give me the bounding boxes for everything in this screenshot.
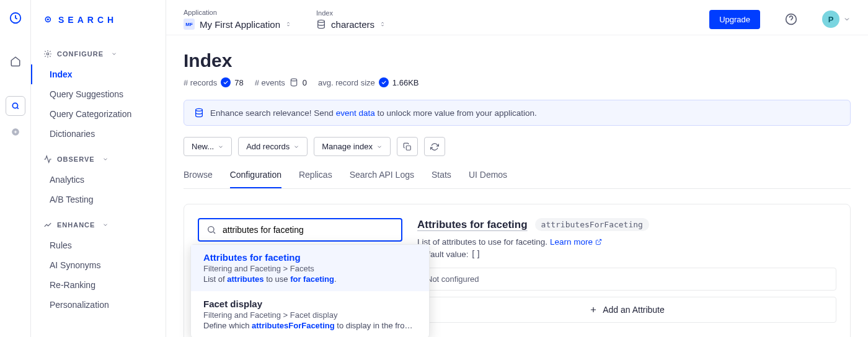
setting-code: attributesForFaceting: [535, 218, 649, 231]
add-attribute-button[interactable]: Add an Attribute: [417, 297, 836, 323]
chevron-down-icon: [111, 51, 117, 57]
tab-search-api-logs[interactable]: Search API Logs: [350, 170, 414, 188]
database-icon: [289, 77, 299, 87]
add-tool-icon[interactable]: [6, 122, 25, 142]
database-icon: [194, 108, 204, 118]
dropdown-item-facet-display[interactable]: Facet display Filtering and Faceting > F…: [191, 291, 429, 337]
external-link-icon: [595, 239, 602, 245]
chevron-down-icon: [843, 15, 851, 23]
search-icon: [206, 225, 216, 235]
tab-browse[interactable]: Browse: [184, 170, 213, 188]
chevron-down-icon: [102, 156, 108, 162]
chevron-down-icon: [376, 144, 383, 150]
nav-re-ranking[interactable]: Re-Ranking: [31, 275, 166, 295]
config-panel: Attributes for faceting Filtering and Fa…: [184, 204, 851, 337]
tab-replicas[interactable]: Replicas: [299, 170, 332, 188]
config-search[interactable]: [198, 218, 402, 242]
section-observe[interactable]: OBSERVE: [31, 144, 166, 170]
dropdown-item-attributes-for-faceting[interactable]: Attributes for faceting Filtering and Fa…: [191, 245, 429, 291]
toolbar: New... Add records Manage index: [184, 137, 851, 156]
tab-configuration[interactable]: Configuration: [230, 170, 281, 188]
avatar: P: [822, 11, 839, 28]
database-icon: [316, 19, 326, 29]
new-button[interactable]: New...: [184, 137, 232, 156]
gear-icon: [43, 50, 52, 58]
svg-rect-10: [406, 146, 410, 150]
nav-index[interactable]: Index: [31, 64, 166, 84]
section-enhance[interactable]: ENHANCE: [31, 209, 166, 235]
nav-dictionaries[interactable]: Dictionaries: [31, 124, 166, 144]
svg-point-5: [46, 53, 49, 55]
user-menu[interactable]: P: [822, 11, 851, 28]
copy-button[interactable]: [397, 137, 418, 156]
chevron-down-icon: [293, 144, 299, 150]
index-label: Index: [316, 9, 386, 17]
refresh-icon: [430, 142, 439, 151]
not-configured: Not configured: [417, 268, 836, 291]
chevron-down-icon: [102, 222, 108, 228]
icon-rail: [0, 0, 31, 337]
copy-icon: [403, 142, 412, 151]
page-title: Index: [184, 50, 851, 71]
app-badge: MF: [184, 19, 195, 30]
help-icon[interactable]: [785, 13, 797, 25]
refresh-button[interactable]: [424, 137, 445, 156]
manage-index-button[interactable]: Manage index: [314, 137, 391, 156]
setting-desc: List of attributes to use for faceting. …: [417, 237, 836, 247]
upgrade-button[interactable]: Upgrade: [709, 10, 760, 29]
event-data-link[interactable]: event data: [336, 108, 375, 118]
home-icon[interactable]: [6, 51, 25, 71]
default-value: Default value: []: [417, 249, 836, 259]
tab-stats[interactable]: Stats: [432, 170, 451, 188]
setting-title: Attributes for faceting: [417, 219, 528, 231]
search-tool-icon[interactable]: [6, 96, 25, 116]
app-selector[interactable]: MF My First Application: [184, 19, 291, 30]
nav-personalization[interactable]: Personalization: [31, 295, 166, 315]
add-records-button[interactable]: Add records: [238, 137, 308, 156]
config-search-input[interactable]: [223, 225, 394, 235]
selector-icon: [285, 20, 291, 28]
app-label: Application: [184, 9, 291, 16]
learn-more-link[interactable]: Learn more: [550, 237, 602, 247]
tab-ui-demos[interactable]: UI Demos: [469, 170, 507, 188]
algolia-logo-icon[interactable]: [9, 11, 22, 27]
svg-point-11: [208, 227, 214, 232]
stats-row: # records78 # events0 avg. record size1.…: [184, 77, 851, 87]
plus-icon: [589, 305, 598, 314]
svg-point-1: [12, 103, 17, 108]
check-icon: [379, 77, 389, 87]
check-icon: [221, 77, 231, 87]
tabs: Browse Configuration Replicas Search API…: [184, 170, 851, 189]
svg-point-8: [291, 79, 296, 81]
nav-ai-synonyms[interactable]: AI Synonyms: [31, 255, 166, 275]
topbar: Application MF My First Application Inde…: [166, 0, 868, 35]
search-icon: [43, 15, 53, 25]
svg-point-6: [318, 20, 325, 22]
sidebar-title: SEARCH: [31, 15, 166, 38]
sidebar: SEARCH CONFIGURE Index Query Suggestions…: [31, 0, 166, 337]
svg-point-9: [196, 108, 203, 111]
svg-point-4: [47, 19, 49, 20]
nav-query-categorization[interactable]: Query Categorization: [31, 104, 166, 124]
nav-query-suggestions[interactable]: Query Suggestions: [31, 84, 166, 104]
section-configure[interactable]: CONFIGURE: [31, 38, 166, 64]
nav-rules[interactable]: Rules: [31, 235, 166, 255]
nav-analytics[interactable]: Analytics: [31, 170, 166, 190]
nav-ab-testing[interactable]: A/B Testing: [31, 190, 166, 209]
selector-icon: [379, 20, 386, 28]
info-banner: Enhance search relevance! Send event dat…: [184, 100, 851, 126]
search-dropdown: Attributes for faceting Filtering and Fa…: [190, 244, 430, 337]
index-selector[interactable]: characters: [316, 19, 386, 30]
activity-icon: [43, 155, 52, 164]
trending-icon: [43, 221, 52, 229]
chevron-down-icon: [218, 144, 224, 150]
